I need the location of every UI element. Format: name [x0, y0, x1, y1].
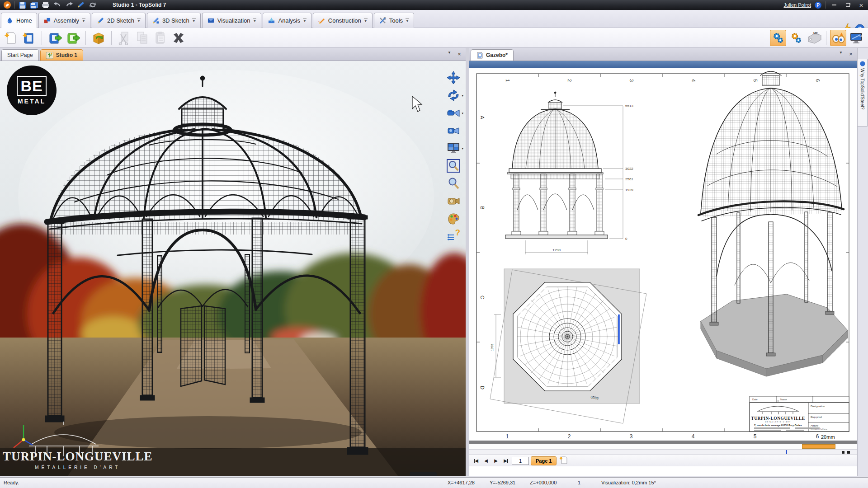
- monitor-button[interactable]: [848, 30, 864, 46]
- home-icon: [6, 17, 14, 24]
- title-block: Date Name - - TURPIN-LONGUEVILLE MÉTALLE…: [750, 396, 849, 432]
- last-page-button[interactable]: ▶: [502, 458, 510, 463]
- watermark: TURPIN-LONGUEVILLE MÉTALLERIE D'ART: [3, 450, 153, 470]
- analysis-icon: [268, 17, 275, 24]
- chevron-down-icon[interactable]: ▼: [406, 19, 409, 23]
- chevron-down-icon[interactable]: ▼: [192, 19, 196, 23]
- sync-icon[interactable]: [91, 31, 106, 45]
- pan-icon[interactable]: [447, 71, 460, 84]
- panel-splitter[interactable]: [466, 48, 469, 476]
- render-viewport[interactable]: BE METAL TURPIN-LONGUEVILLE MÉTALLERIE D…: [0, 61, 466, 476]
- tab-assembly[interactable]: Assembly ▼: [38, 13, 90, 28]
- edit-icon[interactable]: [76, 1, 85, 9]
- panel-menu-icon[interactable]: ▼: [837, 51, 844, 57]
- tab-label: Visualization: [217, 17, 250, 24]
- minimize-button[interactable]: [829, 1, 839, 9]
- chevron-down-icon[interactable]: ▼: [137, 19, 141, 23]
- panel-menu-icon[interactable]: ▼: [446, 51, 453, 57]
- ribbon-tab-row: Home Assembly ▼ 2D Sketch ▼ 3D Sketch ▼ …: [0, 10, 868, 28]
- orbit-icon[interactable]: ▾: [447, 89, 460, 102]
- help-options-icon[interactable]: ?: [447, 230, 460, 243]
- user-name-link[interactable]: Julien Poirot: [783, 2, 811, 8]
- redo-icon[interactable]: [65, 1, 74, 9]
- restore-button[interactable]: [843, 1, 853, 9]
- scale-row: [469, 444, 857, 450]
- chevron-down-icon[interactable]: ▼: [303, 19, 307, 23]
- pencil-2d-icon: [97, 17, 104, 24]
- projector-icon[interactable]: ▾: [447, 106, 460, 120]
- tab-home[interactable]: Home: [1, 13, 37, 28]
- undo-icon[interactable]: [53, 1, 62, 9]
- tab-label: Home: [16, 17, 32, 24]
- next-page-button[interactable]: ▶: [492, 458, 500, 463]
- panel-close-icon[interactable]: ×: [456, 51, 463, 57]
- panel-close-icon[interactable]: ×: [847, 51, 854, 57]
- why-topsolid-steel-tab[interactable]: Why TopSolid'Steel?: [858, 59, 868, 127]
- drawing-doc-icon: [476, 52, 483, 59]
- new-document-icon[interactable]: [22, 31, 36, 45]
- tab-analysis[interactable]: Analysis ▼: [263, 13, 311, 28]
- gears-orange-button[interactable]: [788, 30, 804, 46]
- mf-tag-button[interactable]: MF: [806, 30, 822, 46]
- tab-construction[interactable]: Construction ▼: [313, 13, 373, 28]
- print-icon[interactable]: [41, 1, 50, 9]
- tab-tools[interactable]: Tools ▼: [374, 13, 414, 28]
- viewport-layout-icon[interactable]: ▾: [447, 141, 460, 155]
- add-page-icon[interactable]: [559, 455, 568, 466]
- save-icon[interactable]: [18, 1, 27, 9]
- screen-icon: [207, 17, 215, 24]
- status-bar: Ready. X=+4617,28 Y=-5269,31 Z=+000,000 …: [0, 477, 868, 488]
- tab-3d-sketch[interactable]: 3D Sketch ▼: [147, 13, 201, 28]
- chevron-down-icon[interactable]: ▼: [253, 19, 257, 23]
- collapsed-panel-handle[interactable]: [410, 472, 437, 476]
- splitter-button[interactable]: [847, 451, 850, 454]
- refresh-icon[interactable]: [88, 1, 97, 9]
- close-button[interactable]: ×: [856, 1, 866, 9]
- tab-label: Construction: [328, 17, 361, 24]
- tab-gazebo[interactable]: Gazebo*: [471, 49, 514, 61]
- chevron-down-icon[interactable]: ▼: [364, 19, 368, 23]
- drawing-sheet: 1 2 3 4 5 6 A B C D 1 2 3 4 5 6: [469, 68, 857, 441]
- first-page-button[interactable]: ◀: [472, 458, 480, 463]
- title-bar: Studio 1 - TopSolid 7 Julien Poirot P ×: [0, 0, 868, 10]
- delete-icon[interactable]: [171, 31, 186, 45]
- tab-studio-1[interactable]: Studio 1: [40, 49, 83, 61]
- window-title: Studio 1 - TopSolid 7: [113, 2, 166, 8]
- scrollbar-thumb[interactable]: [786, 450, 787, 454]
- view-toolbar: ▾ ▾ ▾ ?: [447, 71, 460, 243]
- gears-blue-button[interactable]: [770, 30, 786, 46]
- dim-3022: 3022: [625, 167, 633, 171]
- camera-icon[interactable]: [447, 124, 460, 137]
- user-avatar[interactable]: P: [815, 2, 821, 9]
- scale-bar: [802, 444, 835, 449]
- palette-icon[interactable]: [447, 212, 460, 225]
- construction-icon: [318, 17, 326, 24]
- new-file-icon[interactable]: [4, 31, 18, 45]
- tab-start-page[interactable]: Start Page: [1, 49, 39, 61]
- ruler-top-1: 1: [505, 79, 510, 82]
- drafting-viewport[interactable]: 1 2 3 4 5 6 A B C D 1 2 3 4 5 6: [469, 61, 857, 476]
- dim-1298: 1298: [552, 248, 561, 252]
- ruler-top-6: 6: [815, 79, 821, 82]
- tb-rep-prod: Rep prod: [811, 416, 822, 418]
- zoom-window-icon[interactable]: [447, 159, 460, 173]
- page-1-tab[interactable]: Page 1: [531, 456, 557, 465]
- zoom-icon[interactable]: [447, 177, 460, 190]
- splitter-button[interactable]: [842, 451, 844, 454]
- page-number-input[interactable]: 1: [512, 457, 529, 465]
- scale-label: 20mm: [821, 434, 835, 440]
- scale-strip: [469, 441, 857, 444]
- status-doc-count: 1: [578, 480, 580, 485]
- horizontal-scrollbar[interactable]: [469, 450, 857, 455]
- tab-visualization[interactable]: Visualization ▼: [202, 13, 262, 28]
- be-metal-logo: BE METAL: [7, 66, 57, 115]
- prev-page-button[interactable]: ◀: [482, 458, 490, 463]
- tab-2d-sketch[interactable]: 2D Sketch ▼: [92, 13, 146, 28]
- topsolid-logo-icon: [3, 1, 12, 9]
- check-in-icon[interactable]: [66, 31, 80, 45]
- chevron-down-icon[interactable]: ▼: [82, 19, 85, 23]
- check-out-icon[interactable]: [47, 31, 62, 45]
- eyes-button[interactable]: [830, 30, 846, 46]
- save-all-icon[interactable]: [29, 1, 38, 9]
- render-camera-icon[interactable]: [447, 194, 460, 208]
